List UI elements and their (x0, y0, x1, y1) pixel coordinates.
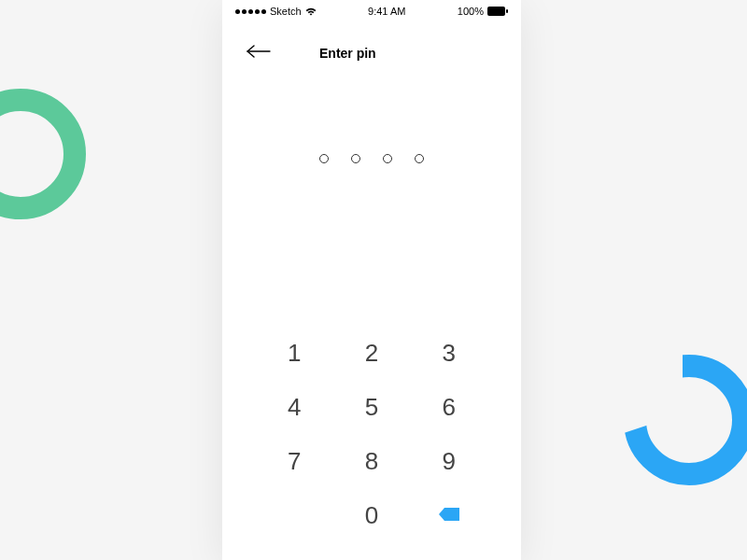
key-5[interactable]: 5 (333, 390, 411, 424)
signal-icon (235, 9, 266, 14)
status-right: 100% (458, 6, 508, 17)
pin-dot (319, 154, 329, 163)
battery-icon (487, 7, 508, 16)
battery-label: 100% (458, 6, 484, 17)
svg-rect-0 (487, 7, 505, 16)
phone-frame: Sketch 9:41 AM 100% Enter pin 1 2 (222, 0, 521, 560)
key-0[interactable]: 0 (333, 498, 411, 532)
key-9[interactable]: 9 (410, 444, 487, 478)
key-2[interactable]: 2 (333, 336, 411, 370)
key-3[interactable]: 3 (410, 336, 487, 370)
arrow-left-icon (247, 45, 271, 61)
backspace-button[interactable] (410, 498, 487, 532)
status-left: Sketch (235, 6, 317, 17)
pin-dot (415, 154, 424, 163)
decorative-ring-green (0, 89, 86, 219)
pin-dot (383, 154, 392, 163)
key-6[interactable]: 6 (410, 390, 487, 424)
wifi-icon (305, 7, 317, 16)
page-title: Enter pin (319, 46, 376, 61)
pin-indicator (222, 154, 521, 163)
backspace-icon (439, 508, 459, 524)
decorative-ring-blue (624, 355, 747, 485)
status-bar: Sketch 9:41 AM 100% (222, 0, 521, 19)
svg-rect-1 (506, 9, 508, 13)
header: Enter pin (222, 19, 521, 64)
carrier-label: Sketch (270, 6, 302, 17)
key-7[interactable]: 7 (256, 444, 333, 478)
back-button[interactable] (243, 41, 275, 64)
key-8[interactable]: 8 (333, 444, 411, 478)
key-1[interactable]: 1 (256, 336, 333, 370)
key-4[interactable]: 4 (256, 390, 333, 424)
status-time: 9:41 AM (368, 6, 405, 17)
keypad: 1 2 3 4 5 6 7 8 9 0 (222, 336, 521, 532)
pin-dot (351, 154, 360, 163)
